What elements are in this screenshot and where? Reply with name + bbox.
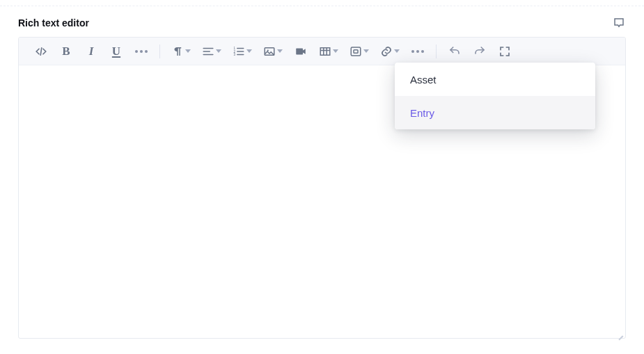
insert-table-button[interactable]: [316, 42, 341, 61]
insert-video-button[interactable]: [291, 42, 311, 61]
fullscreen-button[interactable]: [495, 42, 515, 61]
code-view-button[interactable]: [31, 42, 51, 61]
table-icon: [319, 45, 331, 58]
embed-icon: [350, 45, 362, 58]
svg-rect-6: [320, 47, 330, 55]
ordered-list-icon: 1 2 3: [233, 45, 245, 58]
underline-icon: U: [112, 45, 120, 57]
chevron-down-icon: [185, 49, 191, 53]
video-icon: [294, 45, 307, 58]
menu-item-label: Entry: [410, 107, 434, 119]
field-label: Rich text editor: [18, 17, 89, 29]
redo-icon: [473, 45, 486, 58]
paragraph-format-button[interactable]: [168, 42, 194, 61]
link-icon: [380, 45, 393, 58]
fullscreen-icon: [498, 45, 511, 58]
bold-button[interactable]: B: [56, 42, 76, 61]
svg-rect-5: [296, 48, 303, 54]
toolbar-separator: [436, 45, 437, 58]
redo-button[interactable]: [470, 42, 489, 61]
comment-icon: [613, 17, 625, 29]
editor-toolbar: B I U: [19, 38, 625, 65]
svg-text:3: 3: [234, 53, 236, 56]
italic-icon: I: [89, 45, 94, 57]
align-button[interactable]: [199, 42, 224, 61]
chevron-down-icon: [246, 49, 252, 53]
undo-button[interactable]: [445, 42, 464, 61]
underline-button[interactable]: U: [107, 42, 126, 61]
comments-button[interactable]: [612, 16, 626, 30]
resize-handle[interactable]: [615, 328, 624, 337]
link-dropdown-menu: Asset Entry: [395, 63, 595, 129]
image-icon: [263, 45, 276, 58]
insert-image-button[interactable]: [260, 42, 285, 61]
pilcrow-icon: [171, 45, 184, 58]
chevron-down-icon: [363, 49, 369, 53]
code-icon: [35, 45, 47, 58]
menu-item-entry[interactable]: Entry: [395, 96, 595, 129]
bold-icon: B: [62, 45, 70, 57]
toolbar-separator: [159, 45, 160, 58]
chevron-down-icon: [216, 49, 221, 53]
insert-embed-button[interactable]: [347, 42, 372, 61]
chevron-down-icon: [277, 49, 283, 53]
section-divider: [0, 6, 644, 6]
chevron-down-icon: [394, 49, 400, 53]
svg-rect-8: [354, 49, 358, 53]
menu-item-label: Asset: [410, 74, 437, 86]
svg-rect-7: [351, 47, 361, 56]
more-rich-button[interactable]: [408, 42, 427, 61]
undo-icon: [448, 45, 461, 58]
align-left-icon: [202, 45, 214, 58]
list-button[interactable]: 1 2 3: [230, 42, 255, 61]
more-icon: [411, 50, 424, 53]
more-icon: [135, 50, 148, 53]
insert-link-button[interactable]: [377, 42, 402, 61]
more-text-formatting-button[interactable]: [132, 42, 151, 61]
menu-item-asset[interactable]: Asset: [395, 63, 595, 96]
italic-button[interactable]: I: [81, 42, 101, 61]
chevron-down-icon: [333, 49, 338, 53]
